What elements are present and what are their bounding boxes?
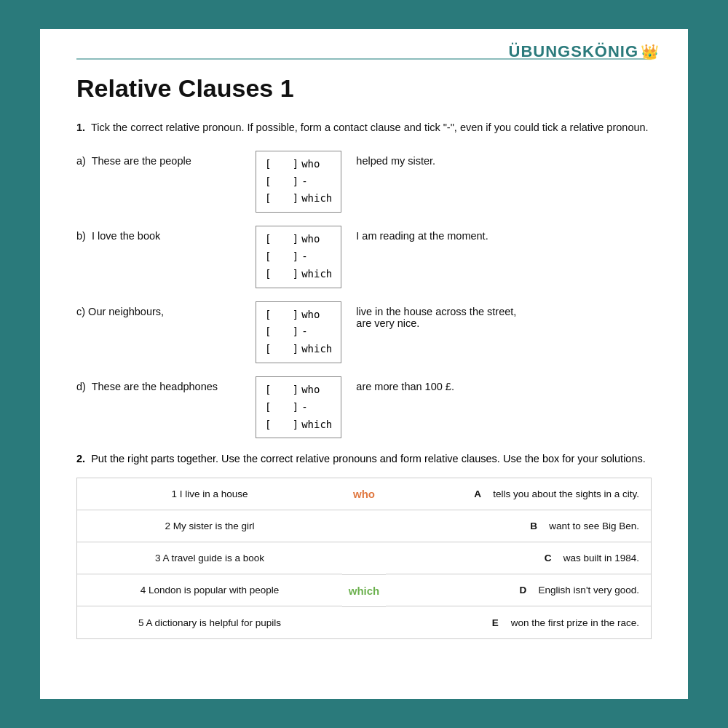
ex1-d-who-line: [ ] who bbox=[265, 381, 332, 399]
ex1-a-which-line: [ ] which bbox=[265, 190, 332, 207]
exercise-2-instructions: 2. Put the right parts together. Use the… bbox=[76, 451, 652, 467]
ex1-c-after: live in the house across the street,are … bbox=[353, 301, 516, 329]
left-row-1: 1 I live in a house bbox=[77, 478, 342, 510]
ex1-d-box: [ ] who [ ] - [ ] which bbox=[256, 376, 341, 438]
right-row-c: C was built in 1984. bbox=[386, 542, 651, 574]
ex1-b-after: I am reading at the moment. bbox=[353, 226, 488, 242]
middle-which: which bbox=[342, 575, 386, 607]
middle-empty-1 bbox=[342, 510, 386, 542]
exercise-row-a: a) These are the people [ ] who [ ] - [ … bbox=[76, 151, 652, 213]
right-column: A tells you about the sights in a city. … bbox=[386, 478, 652, 639]
logo-crown: 👑 bbox=[641, 43, 659, 60]
ex2-num: 2. bbox=[76, 453, 85, 464]
exercise-1-instructions: 1. Tick the correct relative pronoun. If… bbox=[76, 120, 652, 136]
ex1-b-who-line: [ ] who bbox=[265, 231, 332, 248]
ex1-b-dash-line: [ ] - bbox=[265, 248, 332, 266]
ex1-d-which-line: [ ] which bbox=[265, 416, 332, 434]
ex1-a-label: a) These are the people bbox=[76, 151, 244, 167]
logo-area: ÜBUNGSKÖNIG 👑 bbox=[509, 42, 659, 61]
middle-empty-2 bbox=[342, 542, 386, 574]
right-row-e: E won the first prize in the race. bbox=[386, 606, 651, 638]
ex1-d-label: d) These are the headphones bbox=[76, 376, 244, 392]
ex1-instruction-text: Tick the correct relative pronoun. If po… bbox=[91, 122, 649, 133]
exercise-1: 1. Tick the correct relative pronoun. If… bbox=[76, 120, 652, 438]
left-row-5: 5 A dictionary is helpful for pupils bbox=[77, 606, 342, 638]
middle-who: who bbox=[342, 478, 386, 510]
ex1-c-which-line: [ ] which bbox=[265, 341, 332, 358]
exercise-row-c: c) Our neighbours, [ ] who [ ] - [ ] whi… bbox=[76, 301, 652, 363]
left-row-3: 3 A travel guide is a book bbox=[77, 542, 342, 574]
ex1-c-dash-line: [ ] - bbox=[265, 323, 332, 341]
right-row-b: B want to see Big Ben. bbox=[386, 510, 651, 542]
ex1-c-label: c) Our neighbours, bbox=[76, 301, 244, 317]
left-column: 1 I live in a house 2 My sister is the g… bbox=[76, 478, 342, 639]
exercise-row-b: b) I love the book [ ] who [ ] - [ ] whi… bbox=[76, 226, 652, 288]
ex1-a-dash-line: [ ] - bbox=[265, 173, 332, 191]
matching-table: 1 I live in a house 2 My sister is the g… bbox=[76, 478, 652, 639]
exercise-2: 2. Put the right parts together. Use the… bbox=[76, 451, 652, 639]
ex1-c-box: [ ] who [ ] - [ ] which bbox=[256, 301, 341, 363]
ex1-a-after: helped my sister. bbox=[353, 151, 435, 167]
worksheet-page: ÜBUNGSKÖNIG 👑 Relative Clauses 1 1. Tick… bbox=[40, 29, 688, 699]
ex1-c-who-line: [ ] who bbox=[265, 306, 332, 324]
ex1-num: 1. bbox=[76, 122, 85, 133]
ex1-b-which-line: [ ] which bbox=[265, 266, 332, 283]
exercise-row-d: d) These are the headphones [ ] who [ ] … bbox=[76, 376, 652, 438]
logo-text: ÜBUNGSKÖNIG bbox=[509, 42, 638, 61]
middle-empty-3 bbox=[342, 607, 386, 638]
ex1-b-label: b) I love the book bbox=[76, 226, 244, 242]
ex1-d-after: are more than 100 £. bbox=[353, 376, 454, 392]
middle-column: who which bbox=[342, 478, 386, 639]
ex2-instruction-text: Put the right parts together. Use the co… bbox=[91, 453, 646, 464]
ex1-d-dash-line: [ ] - bbox=[265, 399, 332, 416]
ex1-a-box: [ ] who [ ] - [ ] which bbox=[256, 151, 341, 213]
right-row-a: A tells you about the sights in a city. bbox=[386, 478, 651, 510]
ex1-a-who-line: [ ] who bbox=[265, 156, 332, 173]
left-row-4: 4 London is popular with people bbox=[77, 574, 342, 606]
right-row-d: D English isn't very good. bbox=[386, 574, 651, 606]
ex1-b-box: [ ] who [ ] - [ ] which bbox=[256, 226, 341, 288]
left-row-2: 2 My sister is the girl bbox=[77, 510, 342, 542]
page-title: Relative Clauses 1 bbox=[76, 74, 652, 103]
